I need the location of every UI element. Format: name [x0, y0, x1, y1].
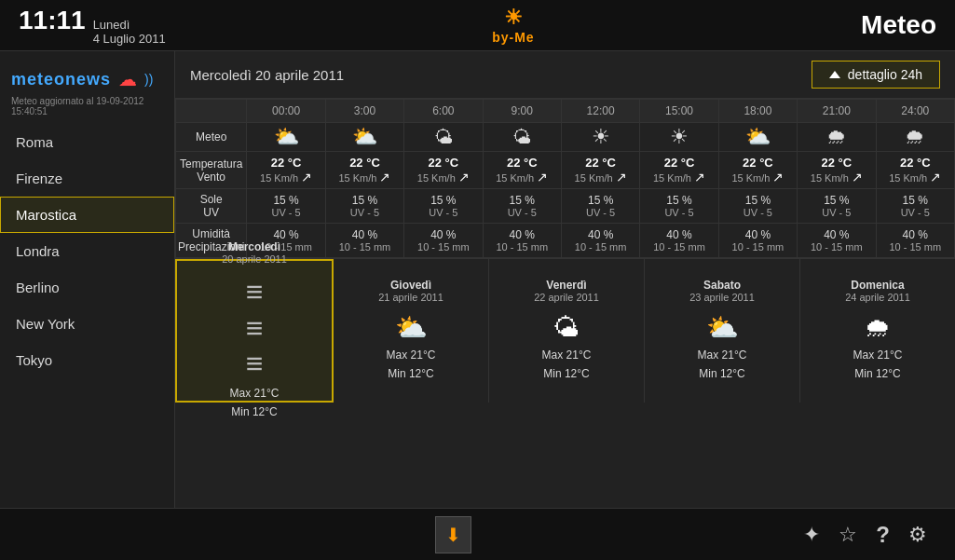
sidebar-item-firenze[interactable]: Firenze — [0, 160, 174, 197]
cloud-logo-icon: ☁ — [118, 68, 137, 90]
meteo-3: 🌤 — [483, 123, 561, 152]
star-outline-icon[interactable]: ☆ — [839, 523, 857, 547]
humid-6: 40 %10 - 15 mm — [718, 224, 797, 258]
meteo-8: 🌧 — [876, 123, 955, 152]
meteo-6: ⛅ — [718, 123, 797, 152]
settings-icon[interactable]: ⚙ — [908, 523, 927, 547]
humid-5: 40 %10 - 15 mm — [640, 224, 718, 258]
detail-btn-label: dettaglio 24h — [848, 67, 922, 82]
meteo-2: 🌤 — [404, 123, 483, 152]
meteo-1: ⛅ — [325, 123, 403, 152]
sidebar-item-tokyo[interactable]: Tokyo — [0, 342, 174, 378]
hour-col-6: 18:00 — [718, 100, 797, 123]
sidebar-item-new-york[interactable]: New York — [0, 306, 174, 342]
meteo-7: 🌧 — [798, 123, 876, 152]
meteo-4: ☀ — [561, 123, 639, 152]
sun-row: SoleUV 15 %UV - 5 15 %UV - 5 15 %UV - 5 … — [176, 189, 955, 224]
hour-col-8: 24:00 — [876, 100, 955, 123]
top-bar: 11:11 Lunedì 4 Luglio 2011 ☀ by-Me Meteo — [0, 0, 955, 51]
sun-1: 15 %UV - 5 — [325, 189, 403, 224]
date-line2: 4 Luglio 2011 — [93, 32, 166, 46]
home-button[interactable]: ⬇ — [435, 516, 471, 553]
forecast-day-2[interactable]: Venerdì 22 aprile 2011 🌤 Max 21°CMin 12°… — [489, 259, 645, 403]
meteo-label: Meteo — [176, 123, 247, 152]
sun-5: 15 %UV - 5 — [640, 189, 718, 224]
temp-1: 22 °C15 Km/h ↗ — [325, 152, 403, 189]
humid-8: 40 %10 - 15 mm — [876, 224, 955, 258]
temperature-row: TemperaturaVento 22 °C15 Km/h ↗ 22 °C15 … — [176, 152, 955, 189]
sun-4: 15 %UV - 5 — [561, 189, 639, 224]
hour-col-0: 00:00 — [247, 100, 325, 123]
forecast-day-0[interactable]: Mercoledì 20 aprile 2011 ≡≡≡ Max 21°CMin… — [175, 259, 334, 403]
forecast-icon-3: ⛅ — [706, 312, 739, 343]
date-line1: Lunedì — [93, 18, 166, 32]
forecast-icon-2: 🌤 — [553, 312, 580, 343]
sun-logo-icon: ☀ — [504, 6, 523, 30]
temp-6: 22 °C15 Km/h ↗ — [718, 152, 797, 189]
hour-col-1: 3:00 — [325, 100, 403, 123]
update-timestamp: Meteo aggiornato al 19-09-2012 15:40:51 — [0, 94, 174, 124]
humid-2: 40 %10 - 15 mm — [404, 224, 483, 258]
temp-3: 22 °C15 Km/h ↗ — [483, 152, 561, 189]
bottom-right-icons: ✦ ☆ ? ⚙ — [803, 522, 927, 548]
forecast-day-1[interactable]: Giovedì 21 aprile 2011 ⛅ Max 21°CMin 12°… — [334, 259, 489, 403]
home-icon: ⬇ — [445, 525, 461, 545]
bottom-bar: ⬇ ✦ ☆ ? ⚙ — [0, 508, 955, 560]
sun-8: 15 %UV - 5 — [876, 189, 955, 224]
empty-header — [176, 100, 247, 123]
sidebar: meteonews ☁ )) Meteo aggiornato al 19-09… — [0, 51, 175, 508]
detail-24h-button[interactable]: dettaglio 24h — [812, 61, 940, 89]
sidebar-item-marostica[interactable]: Marostica — [0, 197, 174, 233]
weather-header: Mercoledì 20 aprile 2011 dettaglio 24h — [175, 51, 955, 99]
forecast-date-0: 20 aprile 2011 — [222, 253, 287, 265]
question-icon[interactable]: ? — [876, 522, 890, 548]
forecast-bar: Mercoledì 20 aprile 2011 ≡≡≡ Max 21°CMin… — [175, 258, 955, 403]
humid-7: 40 %10 - 15 mm — [798, 224, 876, 258]
humid-3: 40 %10 - 15 mm — [483, 224, 561, 258]
forecast-temp-4: Max 21°CMin 12°C — [853, 347, 903, 382]
main-layout: meteonews ☁ )) Meteo aggiornato al 19-09… — [0, 51, 955, 508]
sidebar-logo: meteonews ☁ )) — [0, 61, 174, 94]
page-title: Meteo — [861, 10, 936, 40]
sun-0: 15 %UV - 5 — [247, 189, 325, 224]
meteo-5: ☀ — [640, 123, 718, 152]
forecast-day-3[interactable]: Sabato 23 aprile 2011 ⛅ Max 21°CMin 12°C — [645, 259, 800, 403]
sun-6: 15 %UV - 5 — [718, 189, 797, 224]
meteo-0: ⛅ — [247, 123, 325, 152]
hour-col-3: 9:00 — [483, 100, 561, 123]
forecast-icon-4: 🌧 — [865, 312, 891, 343]
sidebar-item-roma[interactable]: Roma — [0, 124, 174, 160]
temp-label: TemperaturaVento — [176, 152, 247, 189]
forecast-temp-2: Max 21°CMin 12°C — [542, 347, 592, 382]
forecast-temp-3: Max 21°CMin 12°C — [698, 347, 747, 382]
hour-col-2: 6:00 — [404, 100, 483, 123]
forecast-dayname-0: Mercoledì — [228, 240, 280, 253]
app-logo: ☀ by-Me — [492, 6, 534, 45]
forecast-temp-0: Max 21°CMin 12°C — [230, 385, 280, 420]
forecast-date-4: 24 aprile 2011 — [845, 292, 910, 303]
forecast-date-2: 22 aprile 2011 — [534, 292, 599, 303]
forecast-date-3: 23 aprile 2011 — [689, 292, 755, 303]
humid-4: 40 %10 - 15 mm — [561, 224, 639, 258]
hour-col-7: 21:00 — [798, 100, 876, 123]
current-date: Mercoledì 20 aprile 2011 — [190, 67, 344, 83]
humidity-row: UmiditàPrecipitazioni 40 %10 - 15 mm 40 … — [176, 224, 955, 258]
sidebar-item-berlino[interactable]: Berlino — [0, 269, 174, 306]
hour-col-4: 12:00 — [561, 100, 639, 123]
meteo-row: Meteo ⛅ ⛅ 🌤 🌤 ☀ ☀ ⛅ 🌧 🌧 — [176, 123, 955, 152]
temp-7: 22 °C15 Km/h ↗ — [798, 152, 876, 189]
temp-5: 22 °C15 Km/h ↗ — [640, 152, 718, 189]
hourly-table: 00:00 3:00 6:00 9:00 12:00 15:00 18:00 2… — [175, 99, 955, 258]
temp-0: 22 °C15 Km/h ↗ — [247, 152, 325, 189]
forecast-icon-1: ⛅ — [395, 312, 428, 343]
signal-icon: )) — [144, 72, 153, 87]
logo-text: by-Me — [492, 30, 534, 45]
sun-3: 15 %UV - 5 — [483, 189, 561, 224]
temp-4: 22 °C15 Km/h ↗ — [561, 152, 639, 189]
temp-8: 22 °C15 Km/h ↗ — [876, 152, 955, 189]
clock-display: 11:11 — [19, 6, 86, 35]
sidebar-item-londra[interactable]: Londra — [0, 233, 174, 269]
forecast-day-4[interactable]: Domenica 24 aprile 2011 🌧 Max 21°CMin 12… — [800, 259, 955, 403]
forecast-icon-0: ≡≡≡ — [246, 274, 264, 381]
sparkle-icon[interactable]: ✦ — [803, 523, 820, 547]
